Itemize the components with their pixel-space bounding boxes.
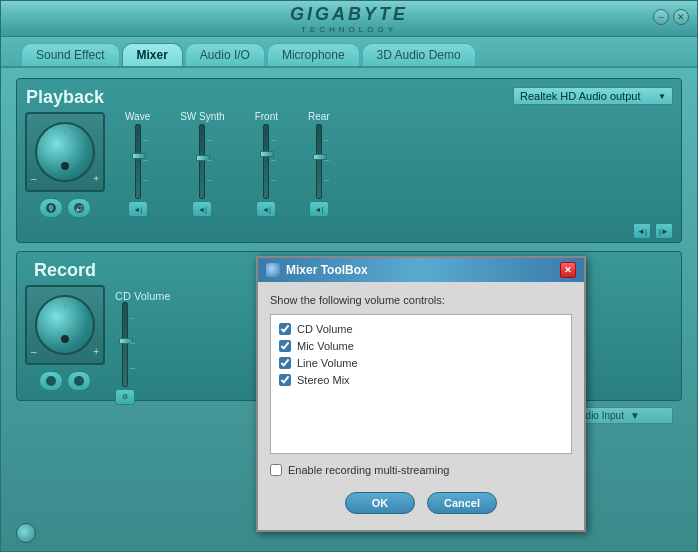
checkbox-mic-volume[interactable] [279, 340, 291, 352]
dialog-overlay: Mixer ToolBox ✕ Show the following volum… [1, 1, 697, 551]
mixer-toolbox-dialog: Mixer ToolBox ✕ Show the following volum… [256, 256, 586, 532]
cancel-button[interactable]: Cancel [427, 492, 497, 514]
dialog-buttons: OK Cancel [270, 488, 572, 518]
check-item-mic-volume: Mic Volume [279, 340, 563, 352]
check-label-mic-volume: Mic Volume [297, 340, 354, 352]
check-item-cd-volume: CD Volume [279, 323, 563, 335]
dialog-titlebar: Mixer ToolBox ✕ [258, 258, 584, 282]
app-window: GIGABYTE TECHNOLOGY – ✕ Sound Effect Mix… [0, 0, 698, 552]
check-item-line-volume: Line Volume [279, 357, 563, 369]
check-label-line-volume: Line Volume [297, 357, 358, 369]
ok-button[interactable]: OK [345, 492, 415, 514]
dialog-close-button[interactable]: ✕ [560, 262, 576, 278]
dialog-title: Mixer ToolBox [286, 263, 554, 277]
multi-streaming-label: Enable recording multi-streaming [288, 464, 449, 476]
checkbox-stereo-mix[interactable] [279, 374, 291, 386]
checkbox-line-volume[interactable] [279, 357, 291, 369]
checkbox-cd-volume[interactable] [279, 323, 291, 335]
multi-streaming-option: Enable recording multi-streaming [270, 464, 572, 476]
check-item-stereo-mix: Stereo Mix [279, 374, 563, 386]
check-label-cd-volume: CD Volume [297, 323, 353, 335]
checklist-box: CD Volume Mic Volume Line Volume Stereo … [270, 314, 572, 454]
checkbox-multi-streaming[interactable] [270, 464, 282, 476]
dialog-title-icon [266, 263, 280, 277]
dialog-body: Show the following volume controls: CD V… [258, 282, 584, 530]
check-label-stereo-mix: Stereo Mix [297, 374, 350, 386]
dialog-instruction: Show the following volume controls: [270, 294, 572, 306]
